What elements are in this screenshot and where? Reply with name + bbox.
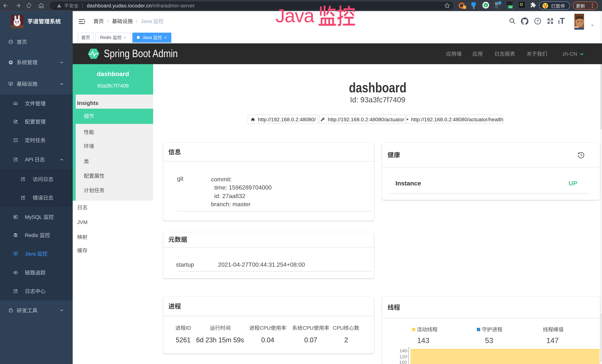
svg-text:?: ? — [537, 19, 539, 23]
